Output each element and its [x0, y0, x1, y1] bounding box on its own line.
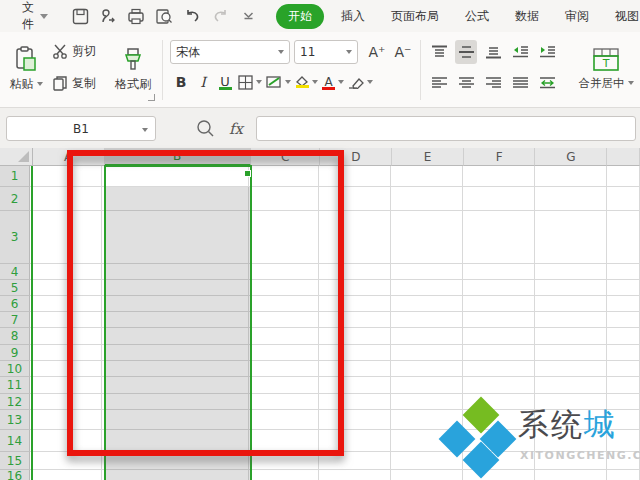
underline-button[interactable]: U: [214, 70, 236, 94]
export-icon[interactable]: [97, 5, 119, 27]
paste-button[interactable]: 粘贴: [4, 36, 48, 102]
cell-G1[interactable]: [535, 166, 607, 187]
cell-x4[interactable]: [607, 264, 640, 280]
cell-F5[interactable]: [463, 280, 535, 296]
cell-F2[interactable]: [463, 187, 535, 211]
row-header-8[interactable]: 8: [0, 328, 30, 345]
row-header-6[interactable]: 6: [0, 296, 30, 312]
clear-format-button[interactable]: [346, 70, 375, 94]
column-header-E[interactable]: E: [392, 148, 464, 166]
cell-E2[interactable]: [391, 187, 463, 211]
cell-D16[interactable]: [319, 470, 391, 480]
cell-G10[interactable]: [535, 361, 607, 377]
bold-button[interactable]: B: [170, 70, 192, 94]
row-header-16[interactable]: 16: [0, 470, 30, 480]
print-icon[interactable]: [125, 5, 147, 27]
format-painter-button[interactable]: 格式刷: [110, 36, 156, 102]
font-size-select[interactable]: 11: [294, 40, 358, 64]
row-header-13[interactable]: 13: [0, 410, 30, 430]
name-box[interactable]: B1: [6, 116, 156, 141]
cell-G5[interactable]: [535, 280, 607, 296]
row-header-4[interactable]: 4: [0, 264, 30, 280]
cell-E10[interactable]: [391, 361, 463, 377]
column-header-F[interactable]: F: [464, 148, 536, 166]
tab-页面布局[interactable]: 页面布局: [378, 0, 452, 32]
cell-E7[interactable]: [391, 312, 463, 328]
cell-F11[interactable]: [463, 377, 535, 394]
cell-x8[interactable]: [607, 328, 640, 345]
cell-E9[interactable]: [391, 345, 463, 361]
cell-G2[interactable]: [535, 187, 607, 211]
cut-button[interactable]: 剪切: [52, 38, 108, 64]
cell-E11[interactable]: [391, 377, 463, 394]
align-bottom-button[interactable]: [482, 40, 504, 64]
cell-A16[interactable]: [30, 470, 102, 480]
cell-F1[interactable]: [463, 166, 535, 187]
column-header-G[interactable]: G: [535, 148, 607, 166]
decrease-font-button[interactable]: A⁻: [392, 40, 414, 64]
row-header-5[interactable]: 5: [0, 280, 30, 296]
borders-button[interactable]: [236, 70, 264, 94]
font-name-select[interactable]: 宋体: [170, 40, 290, 64]
redo-icon[interactable]: [209, 5, 231, 27]
cell-F8[interactable]: [463, 328, 535, 345]
file-menu[interactable]: 文件: [22, 0, 34, 33]
cell-x1[interactable]: [607, 166, 640, 187]
formula-input[interactable]: [256, 116, 636, 141]
select-all-corner[interactable]: [0, 148, 33, 166]
cell-G6[interactable]: [535, 296, 607, 312]
row-header-3[interactable]: 3: [0, 211, 30, 264]
row-header-11[interactable]: 11: [0, 377, 30, 394]
cell-x3[interactable]: [607, 211, 640, 264]
cell-E1[interactable]: [391, 166, 463, 187]
justify-button[interactable]: [509, 71, 531, 95]
cell-x9[interactable]: [607, 345, 640, 361]
cell-E4[interactable]: [391, 264, 463, 280]
cell-x7[interactable]: [607, 312, 640, 328]
align-left-button[interactable]: [428, 71, 450, 95]
align-middle-button[interactable]: [455, 40, 477, 64]
row-header-7[interactable]: 7: [0, 312, 30, 328]
column-header-partial[interactable]: [607, 148, 640, 166]
tab-视图[interactable]: 视图: [602, 0, 640, 32]
increase-indent-button[interactable]: [536, 40, 558, 64]
more-commands-icon[interactable]: [237, 5, 259, 27]
cell-G3[interactable]: [535, 211, 607, 264]
cell-G9[interactable]: [535, 345, 607, 361]
cell-F7[interactable]: [463, 312, 535, 328]
row-header-14[interactable]: 14: [0, 430, 30, 452]
cell-E6[interactable]: [391, 296, 463, 312]
row-header-2[interactable]: 2: [0, 187, 30, 211]
row-header-10[interactable]: 10: [0, 361, 30, 377]
tab-开始[interactable]: 开始: [276, 4, 324, 29]
align-center-button[interactable]: [455, 71, 477, 95]
tab-审阅[interactable]: 审阅: [552, 0, 602, 32]
tab-数据[interactable]: 数据: [502, 0, 552, 32]
cell-G4[interactable]: [535, 264, 607, 280]
merge-center-button[interactable]: T 合并居中: [574, 36, 638, 102]
font-color-button[interactable]: A: [320, 70, 346, 94]
row-header-9[interactable]: 9: [0, 345, 30, 361]
fill-color-button[interactable]: [293, 70, 320, 94]
cell-x2[interactable]: [607, 187, 640, 211]
increase-font-button[interactable]: A⁺: [366, 40, 388, 64]
copy-button[interactable]: 复制: [52, 70, 108, 96]
fx-icon[interactable]: fx: [229, 120, 243, 138]
cell-G8[interactable]: [535, 328, 607, 345]
row-header-12[interactable]: 12: [0, 394, 30, 410]
tab-插入[interactable]: 插入: [328, 0, 378, 32]
cell-F4[interactable]: [463, 264, 535, 280]
cell-F6[interactable]: [463, 296, 535, 312]
cell-C16[interactable]: [249, 470, 319, 480]
row-header-15[interactable]: 15: [0, 452, 30, 470]
decrease-indent-button[interactable]: [509, 40, 531, 64]
print-preview-icon[interactable]: [153, 5, 175, 27]
chevron-down-icon[interactable]: [40, 14, 48, 19]
cell-G7[interactable]: [535, 312, 607, 328]
align-right-button[interactable]: [482, 71, 504, 95]
cell-x6[interactable]: [607, 296, 640, 312]
tab-公式[interactable]: 公式: [452, 0, 502, 32]
cell-F10[interactable]: [463, 361, 535, 377]
cell-F9[interactable]: [463, 345, 535, 361]
cell-G11[interactable]: [535, 377, 607, 394]
